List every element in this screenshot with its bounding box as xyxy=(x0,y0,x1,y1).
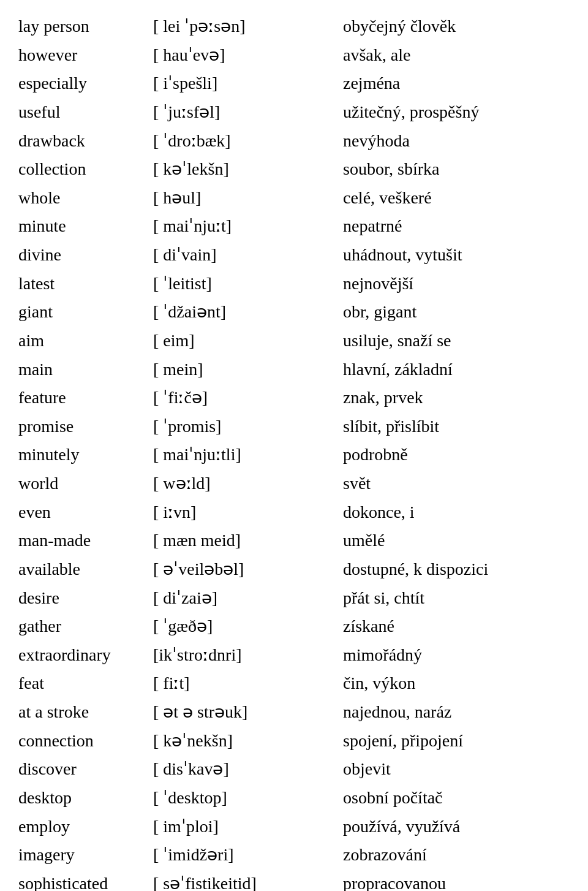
word-cell: whole xyxy=(18,184,153,213)
translation-cell: přát si, chtít xyxy=(343,584,570,613)
translation-cell: soubor, sbírka xyxy=(343,155,570,184)
table-row: giant[ ˈdžaiənt]obr, gigant xyxy=(18,298,570,327)
word-cell: desktop xyxy=(18,784,153,813)
word-cell: giant xyxy=(18,298,153,327)
word-cell: available xyxy=(18,555,153,584)
table-row: connection[ kəˈnekšn]spojení, připojení xyxy=(18,727,570,756)
table-row: latest[ ˈleitist]nejnovější xyxy=(18,270,570,298)
phonetic-cell: [ iˈspešli] xyxy=(153,69,343,98)
word-cell: aim xyxy=(18,327,153,355)
translation-cell: avšak, ale xyxy=(343,41,570,70)
table-row: divine[ diˈvain]uhádnout, vytušit xyxy=(18,241,570,270)
phonetic-cell: [ kəˈlekšn] xyxy=(153,155,343,184)
phonetic-cell: [ hauˈevə] xyxy=(153,41,343,70)
word-cell: gather xyxy=(18,612,153,641)
word-cell: employ xyxy=(18,813,153,841)
translation-cell: obyčejný člověk xyxy=(343,12,570,41)
phonetic-cell: [ fiːt] xyxy=(153,669,343,698)
table-row: however[ hauˈevə]avšak, ale xyxy=(18,41,570,70)
phonetic-cell: [ ˈpromis] xyxy=(153,412,343,441)
table-row: world[ wəːld]svět xyxy=(18,469,570,498)
phonetic-cell: [ lei ˈpəːsən] xyxy=(153,12,343,41)
table-row: extraordinary[ikˈstroːdnri]mimořádný xyxy=(18,641,570,670)
word-cell: however xyxy=(18,41,153,70)
translation-cell: zejména xyxy=(343,69,570,98)
translation-cell: dostupné, k dispozici xyxy=(343,555,570,584)
translation-cell: nepatrné xyxy=(343,212,570,241)
word-cell: feat xyxy=(18,669,153,698)
word-cell: collection xyxy=(18,155,153,184)
translation-cell: uhádnout, vytušit xyxy=(343,241,570,270)
translation-cell: podrobně xyxy=(343,441,570,469)
phonetic-cell: [ ˈgæðə] xyxy=(153,612,343,641)
phonetic-cell: [ ˈjuːsfəl] xyxy=(153,98,343,127)
phonetic-cell: [ diˈvain] xyxy=(153,241,343,270)
table-row: available[ əˈveiləbəl]dostupné, k dispoz… xyxy=(18,555,570,584)
word-cell: connection xyxy=(18,727,153,756)
word-cell: useful xyxy=(18,98,153,127)
table-row: man-made[ mæn meid]umělé xyxy=(18,526,570,555)
vocabulary-table: lay person[ lei ˈpəːsən]obyčejný člověkh… xyxy=(18,12,570,891)
table-row: lay person[ lei ˈpəːsən]obyčejný člověk xyxy=(18,12,570,41)
table-row: discover[ disˈkavə]objevit xyxy=(18,755,570,784)
word-cell: sophisticated xyxy=(18,870,153,891)
phonetic-cell: [ səˈfistikeitid] xyxy=(153,870,343,891)
word-cell: divine xyxy=(18,241,153,270)
translation-cell: slíbit, přislíbit xyxy=(343,412,570,441)
table-row: collection[ kəˈlekšn]soubor, sbírka xyxy=(18,155,570,184)
translation-cell: používá, využívá xyxy=(343,813,570,841)
translation-cell: umělé xyxy=(343,526,570,555)
phonetic-cell: [ wəːld] xyxy=(153,469,343,498)
phonetic-cell: [ ˈdesktop] xyxy=(153,784,343,813)
table-row: feature[ ˈfiːčə]znak, prvek xyxy=(18,384,570,412)
phonetic-cell: [ mæn meid] xyxy=(153,526,343,555)
phonetic-cell: [ kəˈnekšn] xyxy=(153,727,343,756)
phonetic-cell: [ ˈdroːbæk] xyxy=(153,127,343,156)
phonetic-cell: [ ˈdžaiənt] xyxy=(153,298,343,327)
table-row: at a stroke[ ət ə strəuk]najednou, naráz xyxy=(18,698,570,727)
table-row: sophisticated[ səˈfistikeitid]propracova… xyxy=(18,870,570,891)
word-cell: world xyxy=(18,469,153,498)
phonetic-cell: [ maiˈnjuːtli] xyxy=(153,441,343,469)
translation-cell: nevýhoda xyxy=(343,127,570,156)
translation-cell: znak, prvek xyxy=(343,384,570,412)
phonetic-cell: [ diˈzaiə] xyxy=(153,584,343,613)
table-row: feat[ fiːt]čin, výkon xyxy=(18,669,570,698)
table-row: main[ mein]hlavní, základní xyxy=(18,355,570,384)
translation-cell: nejnovější xyxy=(343,270,570,298)
word-cell: lay person xyxy=(18,12,153,41)
word-cell: extraordinary xyxy=(18,641,153,670)
phonetic-cell: [ imˈploi] xyxy=(153,813,343,841)
translation-cell: spojení, připojení xyxy=(343,727,570,756)
translation-cell: čin, výkon xyxy=(343,669,570,698)
phonetic-cell: [ ˈleitist] xyxy=(153,270,343,298)
word-cell: at a stroke xyxy=(18,698,153,727)
word-cell: imagery xyxy=(18,841,153,870)
word-cell: especially xyxy=(18,69,153,98)
word-cell: latest xyxy=(18,270,153,298)
translation-cell: svět xyxy=(343,469,570,498)
phonetic-cell: [ maiˈnjuːt] xyxy=(153,212,343,241)
word-cell: drawback xyxy=(18,127,153,156)
phonetic-cell: [ ət ə strəuk] xyxy=(153,698,343,727)
phonetic-cell: [ikˈstroːdnri] xyxy=(153,641,343,670)
table-row: gather[ ˈgæðə]získané xyxy=(18,612,570,641)
phonetic-cell: [ əˈveiləbəl] xyxy=(153,555,343,584)
word-cell: even xyxy=(18,498,153,527)
table-row: minutely[ maiˈnjuːtli]podrobně xyxy=(18,441,570,469)
word-cell: feature xyxy=(18,384,153,412)
table-row: whole[ həul]celé, veškeré xyxy=(18,184,570,213)
phonetic-cell: [ ˈfiːčə] xyxy=(153,384,343,412)
word-cell: desire xyxy=(18,584,153,613)
table-row: even[ iːvn]dokonce, i xyxy=(18,498,570,527)
translation-cell: získané xyxy=(343,612,570,641)
table-row: desire[ diˈzaiə]přát si, chtít xyxy=(18,584,570,613)
table-row: imagery[ ˈimidžəri]zobrazování xyxy=(18,841,570,870)
translation-cell: užitečný, prospěšný xyxy=(343,98,570,127)
translation-cell: usiluje, snaží se xyxy=(343,327,570,355)
phonetic-cell: [ həul] xyxy=(153,184,343,213)
table-row: aim[ eim]usiluje, snaží se xyxy=(18,327,570,355)
phonetic-cell: [ ˈimidžəri] xyxy=(153,841,343,870)
phonetic-cell: [ iːvn] xyxy=(153,498,343,527)
translation-cell: osobní počítač xyxy=(343,784,570,813)
